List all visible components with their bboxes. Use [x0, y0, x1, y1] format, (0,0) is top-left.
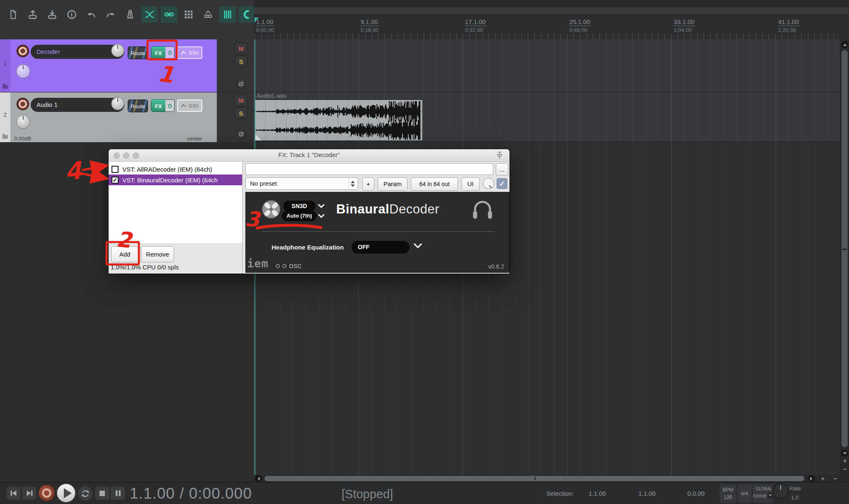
fx-comment-field[interactable]	[245, 163, 493, 175]
snap-icon[interactable]	[239, 6, 255, 23]
pan-knob[interactable]	[16, 115, 30, 129]
scroll-right-button[interactable]	[808, 475, 815, 482]
pause-button[interactable]	[110, 486, 126, 500]
preset-stepper[interactable]	[349, 179, 357, 188]
track-2-audio1[interactable]: 2 Audio 1 Route FX trim 0.00dB center M …	[0, 92, 254, 142]
track-name[interactable]: Decoder	[31, 45, 124, 59]
trim-envelope-button[interactable]: trim	[177, 99, 202, 112]
rate-value[interactable]: 1.0	[791, 494, 798, 501]
playback-position[interactable]: 1.1.00 / 0:00.000	[130, 485, 252, 502]
grouping-icon[interactable]	[200, 6, 216, 23]
media-item-audio1[interactable]	[255, 99, 423, 141]
go-to-start-button[interactable]	[6, 486, 21, 500]
track-1-decoder[interactable]: 1 Decoder Route FX trim M S Ø	[0, 39, 254, 92]
wet-dry-knob[interactable]	[483, 178, 494, 189]
fx-button[interactable]: FX	[151, 46, 175, 59]
io-routing-button[interactable]: 64 in 64 out	[411, 177, 458, 191]
repeat-button[interactable]	[78, 486, 93, 501]
go-to-end-button[interactable]	[22, 486, 37, 500]
crossfade-icon[interactable]	[141, 6, 158, 23]
order-dropdown[interactable]: Auto (7th)	[282, 211, 317, 221]
normalization-dropdown[interactable]: SN3D	[283, 201, 315, 211]
fx-plugin-row[interactable]: VST: AllRADecoder (IEM) (64ch)	[109, 164, 242, 174]
volume-knob[interactable]	[111, 44, 124, 57]
horizontal-zoom-in-button[interactable]: +	[818, 475, 827, 482]
solo-button[interactable]: S	[235, 107, 247, 119]
headphone-eq-dropdown[interactable]: OFF	[352, 241, 410, 254]
track-controls[interactable]: Audio 1 Route FX trim 0.00dB center	[10, 92, 217, 142]
osc-status[interactable]: OSC	[276, 263, 301, 269]
fx-bypass-toggle[interactable]	[165, 100, 174, 111]
more-button[interactable]: ...	[496, 163, 508, 176]
scroll-up-button[interactable]	[841, 41, 848, 48]
dropdown-icon[interactable]	[768, 493, 772, 499]
plugin-enable-checkbox[interactable]	[112, 166, 119, 173]
param-button[interactable]: Param	[378, 177, 408, 191]
mute-button[interactable]: M	[235, 94, 247, 106]
selection-length[interactable]: 0.0.00	[687, 490, 705, 497]
pan-knob[interactable]	[16, 64, 30, 78]
vertical-zoom-in-button[interactable]: +	[840, 457, 849, 464]
time-signature-box[interactable]: 4/4	[737, 485, 752, 503]
chevron-down-icon[interactable]	[318, 203, 325, 210]
edit-cursor-flag[interactable]	[255, 17, 259, 23]
bpm-box[interactable]: BPM 120	[720, 485, 736, 503]
open-project-icon[interactable]	[24, 6, 41, 23]
project-settings-icon[interactable]	[63, 6, 80, 23]
phase-button[interactable]: Ø	[236, 129, 246, 138]
chevron-down-icon[interactable]	[413, 242, 422, 250]
fx-bypass-toggle[interactable]	[165, 47, 174, 58]
chevron-down-icon[interactable]	[318, 213, 325, 220]
item-lock-link-icon[interactable]	[161, 6, 177, 23]
save-project-icon[interactable]	[44, 6, 61, 23]
undo-icon[interactable]	[83, 6, 99, 23]
fx-button[interactable]: FX	[151, 99, 175, 112]
timeline-ruler[interactable]: 1.1.000:00.009.1.000:16.0017.1.000:32.00…	[254, 0, 849, 39]
ui-toggle-button[interactable]: UI	[461, 177, 480, 191]
playrate-knob[interactable]	[773, 483, 788, 499]
horizontal-zoom-out-button[interactable]: −	[831, 475, 840, 482]
new-project-icon[interactable]	[5, 6, 22, 23]
metronome-icon[interactable]	[122, 6, 138, 23]
selection-end[interactable]: 1.1.00	[638, 490, 687, 497]
selection-start[interactable]: 1.1.00	[589, 490, 638, 497]
track-number-strip[interactable]: 1	[0, 39, 10, 92]
record-arm-button[interactable]	[17, 45, 29, 57]
grid-icon[interactable]	[180, 6, 197, 23]
scroll-left-button[interactable]	[255, 475, 262, 482]
vertical-zoom-out-button[interactable]: −	[840, 465, 849, 472]
fx-enabled-checkbox[interactable]: ✓	[497, 178, 507, 189]
vertical-scroll-thumb[interactable]	[842, 50, 848, 447]
fx-plugin-list[interactable]: VST: AllRADecoder (IEM) (64ch)✓VST: Bina…	[109, 162, 243, 244]
folder-icon[interactable]	[2, 135, 8, 139]
fx-chain-window[interactable]: FX: Track 1 "Decoder" VST: AllRADecoder …	[109, 149, 509, 274]
phase-button[interactable]: Ø	[236, 79, 246, 88]
volume-knob[interactable]	[111, 97, 124, 110]
stop-button[interactable]	[95, 486, 110, 500]
scroll-down-button[interactable]	[841, 450, 848, 457]
play-button[interactable]	[57, 484, 75, 502]
track-name[interactable]: Audio 1	[31, 98, 124, 112]
record-arm-button[interactable]	[17, 98, 29, 110]
preset-dropdown[interactable]: No preset	[245, 177, 358, 190]
item-fade-handle[interactable]	[255, 134, 262, 141]
horizontal-scrollbar[interactable]: + −	[254, 475, 849, 482]
fx-window-titlebar[interactable]: FX: Track 1 "Decoder"	[109, 149, 509, 162]
remove-fx-button[interactable]: Remove	[141, 246, 174, 262]
grid-lines-icon[interactable]	[219, 6, 236, 23]
solo-button[interactable]: S	[235, 56, 247, 67]
trim-envelope-button[interactable]: trim	[177, 46, 202, 59]
redo-icon[interactable]	[102, 6, 119, 23]
plugin-enable-checkbox[interactable]: ✓	[112, 177, 119, 184]
pin-icon[interactable]	[495, 151, 504, 161]
record-button[interactable]	[38, 485, 55, 502]
vertical-scrollbar[interactable]: + −	[840, 39, 849, 475]
preset-plus-button[interactable]: +	[362, 177, 374, 191]
route-button[interactable]: Route	[128, 99, 148, 112]
route-button[interactable]: Route	[128, 46, 148, 59]
add-fx-button[interactable]: Add	[111, 246, 138, 262]
folder-icon[interactable]	[2, 85, 8, 89]
fx-plugin-row[interactable]: ✓VST: BinauralDecoder (IEM) (64ch	[109, 174, 242, 185]
track-controls[interactable]: Decoder Route FX trim	[10, 39, 217, 92]
mute-button[interactable]: M	[235, 43, 247, 54]
